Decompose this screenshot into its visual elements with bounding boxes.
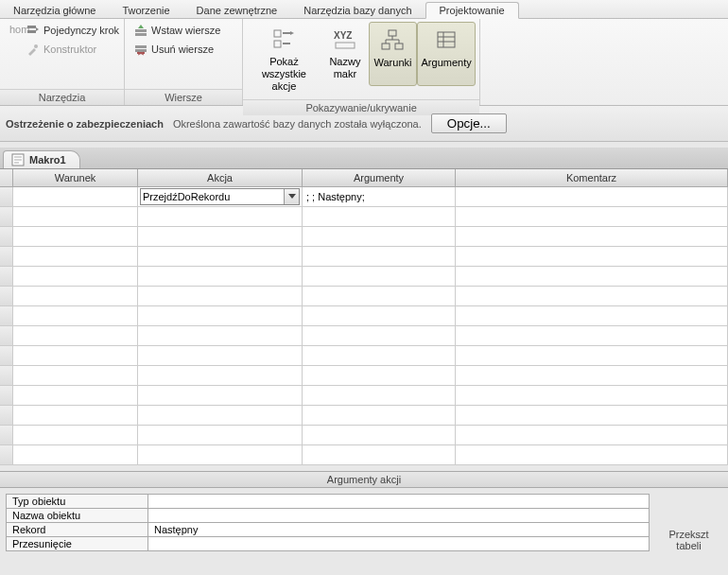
doc-tab-makro1[interactable]: Makro1	[3, 150, 80, 168]
macro-names-button[interactable]: XYZ Nazwy makr	[321, 22, 369, 84]
svg-rect-5	[135, 45, 147, 48]
row-selector[interactable]	[0, 306, 13, 325]
row-selector[interactable]	[0, 267, 13, 286]
arg-row-rekord: Rekord Następny	[7, 523, 650, 537]
tab-design[interactable]: Projektowanie	[425, 2, 519, 19]
row-selector[interactable]	[0, 346, 13, 365]
row-selector[interactable]	[0, 445, 13, 464]
insert-rows-button[interactable]: Wstaw wiersze	[130, 22, 224, 39]
action-input[interactable]	[141, 189, 284, 204]
row-selector[interactable]	[0, 207, 13, 226]
show-all-actions-button[interactable]: Pokaż wszystkie akcje	[247, 22, 321, 96]
grid-row	[0, 207, 728, 227]
grid-row	[0, 267, 728, 287]
svg-rect-11	[389, 30, 396, 36]
tab-external[interactable]: Dane zewnętrzne	[183, 3, 291, 18]
macro-icon	[11, 153, 25, 166]
group-tools-label: Narzędzia	[0, 89, 124, 105]
col-header-akcja[interactable]: Akcja	[138, 169, 303, 186]
tab-home[interactable]: Narzędzia główne	[0, 3, 109, 18]
single-step-button[interactable]: Pojedynczy krok	[23, 22, 123, 39]
arg-value-nazwa[interactable]	[148, 509, 650, 523]
builder-button[interactable]: Konstruktor	[23, 41, 123, 58]
run-button[interactable]: hom	[6, 22, 23, 37]
chevron-down-icon	[288, 193, 296, 200]
svg-rect-12	[382, 44, 390, 49]
row-selector[interactable]	[0, 326, 13, 345]
svg-rect-10	[336, 43, 355, 48]
grid-row	[0, 326, 728, 346]
col-header-komentarz[interactable]: Komentarz	[456, 169, 728, 186]
security-msg: Określona zawartość bazy danych została …	[173, 118, 422, 130]
svg-rect-3	[135, 29, 147, 32]
svg-rect-0	[27, 26, 36, 28]
tab-dbtools[interactable]: Narzędzia bazy danych	[290, 3, 425, 18]
row-selector[interactable]	[0, 187, 13, 206]
row-selector[interactable]	[0, 287, 13, 305]
action-combo[interactable]	[140, 188, 300, 205]
conditions-label: Warunki	[374, 57, 412, 69]
doc-tab-label: Makro1	[29, 154, 66, 166]
args-help-line1: Przekszt	[668, 529, 708, 540]
grid-row	[0, 247, 728, 267]
cell-war-1[interactable]	[13, 187, 138, 206]
group-rows: Wstaw wiersze Usuń wiersze Wiersze	[125, 19, 243, 105]
grid-row	[0, 426, 728, 445]
arg-row-typ: Typ obiektu	[7, 495, 650, 509]
group-tools: hom Pojedynczy krok Konstruktor Narzędzi…	[0, 19, 125, 105]
security-title: Ostrzeżenie o zabezpieczeniach	[6, 118, 164, 130]
col-header-argumenty[interactable]: Argumenty	[303, 169, 456, 186]
row-selector[interactable]	[0, 406, 13, 425]
group-showhide: Pokaż wszystkie akcje XYZ Nazwy makr War…	[243, 19, 480, 105]
row-selector[interactable]	[0, 386, 13, 405]
show-all-label2: wszystkie akcje	[254, 68, 314, 93]
arg-label-przesuniecie: Przesunięcie	[7, 537, 148, 551]
cell-arg-1[interactable]: ; ; Następny;	[303, 187, 456, 206]
svg-rect-1	[27, 30, 36, 33]
ribbon-tabs: Narzędzia główne Tworzenie Dane zewnętrz…	[0, 0, 728, 19]
svg-rect-14	[438, 32, 455, 47]
xyz-icon: XYZ	[331, 26, 359, 54]
action-dropdown-button[interactable]	[284, 189, 299, 204]
cell-akc-1[interactable]	[138, 187, 303, 206]
col-header-warunek[interactable]: Warunek	[13, 169, 138, 186]
grid-row	[0, 386, 728, 406]
arg-row-nazwa: Nazwa obiektu	[7, 509, 650, 523]
grid-row	[0, 445, 728, 465]
doc-tabs: Makro1	[0, 148, 728, 169]
grid-row	[0, 287, 728, 306]
delete-rows-button[interactable]: Usuń wiersze	[130, 41, 224, 58]
row-selector[interactable]	[0, 366, 13, 385]
row-selector[interactable]	[0, 227, 13, 246]
grid-row	[0, 306, 728, 326]
args-help: Przekszt tabeli	[655, 494, 722, 551]
ribbon: hom Pojedynczy krok Konstruktor Narzędzi…	[0, 19, 728, 106]
arg-row-przesuniecie: Przesunięcie	[7, 537, 650, 551]
insert-rows-icon	[134, 24, 147, 37]
tab-create[interactable]: Tworzenie	[109, 3, 182, 18]
builder-icon	[26, 43, 40, 56]
arg-value-rekord[interactable]: Następny	[148, 523, 650, 537]
security-options-button[interactable]: Opcje...	[431, 113, 507, 133]
macro-names-label2: makr	[334, 68, 356, 80]
row-selector[interactable]	[0, 247, 13, 266]
args-table: Typ obiektu Nazwa obiektu Rekord Następn…	[6, 494, 650, 551]
show-all-icon	[269, 26, 298, 54]
row-selector[interactable]	[0, 426, 13, 444]
arguments-button[interactable]: Argumenty	[417, 22, 476, 86]
cell-kom-1[interactable]	[456, 187, 728, 206]
conditions-button[interactable]: Warunki	[369, 22, 417, 86]
arg-value-typ[interactable]	[148, 495, 650, 509]
args-help-line2: tabeli	[676, 540, 701, 551]
delete-rows-icon	[134, 43, 147, 56]
grid-row	[0, 366, 728, 386]
builder-label: Konstruktor	[43, 44, 96, 55]
arg-value-przesuniecie[interactable]	[148, 537, 650, 551]
select-all-corner[interactable]	[0, 169, 13, 186]
single-step-icon	[26, 24, 40, 37]
grid-row-1: ; ; Następny;	[0, 187, 728, 207]
svg-text:XYZ: XYZ	[334, 30, 352, 41]
group-rows-label: Wiersze	[125, 89, 242, 105]
arg-label-rekord: Rekord	[7, 523, 148, 537]
single-step-label: Pojedynczy krok	[43, 25, 119, 36]
